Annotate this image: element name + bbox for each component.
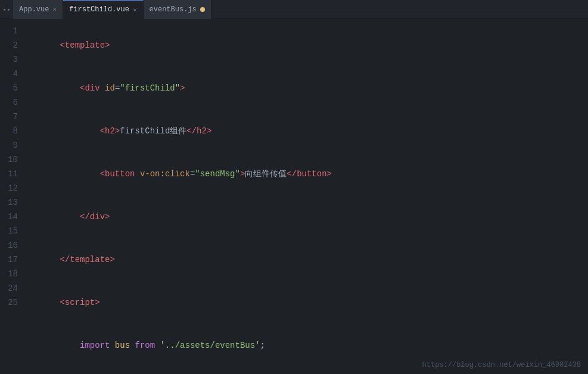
arrow-right-icon[interactable]: ▸ [7, 6, 11, 13]
line-num: 7 [0, 110, 18, 124]
unsaved-indicator [200, 7, 205, 12]
code-line-6: </template> [30, 238, 588, 281]
code-content[interactable]: <template> <div id="firstChild"> <h2>fir… [25, 19, 588, 374]
editor-area: 1 2 3 4 5 6 7 8 9 10 11 12 13 14 15 16 1… [0, 19, 588, 374]
line-num: 1 [0, 24, 18, 38]
line-num: 16 [0, 238, 18, 253]
line-num: 10 [0, 152, 18, 167]
tab-firstchild-vue[interactable]: firstChild.vue ✕ [63, 0, 143, 19]
code-line-4: <button v-on:click="sendMsg">向组件传值</butt… [30, 152, 588, 195]
tab-bar: ◂ ▸ App.vue ✕ firstChild.vue ✕ eventBus.… [0, 0, 588, 19]
line-num: 8 [0, 124, 18, 138]
line-num: 12 [0, 181, 18, 195]
tab-close-icon[interactable]: ✕ [133, 6, 137, 14]
line-num: 17 [0, 253, 18, 267]
line-num: 5 [0, 81, 18, 95]
watermark: https://blog.csdn.net/weixin_46902438 [422, 361, 581, 369]
tab-eventbus-js[interactable]: eventBus.js [144, 0, 211, 19]
code-line-7: <script> [30, 281, 588, 324]
tab-close-icon[interactable]: ✕ [52, 5, 57, 13]
tab-app-vue[interactable]: App.vue ✕ [13, 0, 63, 19]
line-num: 2 [0, 38, 18, 52]
line-num: 4 [0, 67, 18, 81]
line-num: 6 [0, 95, 18, 110]
line-num: 25 [0, 295, 18, 310]
code-line-3: <h2>firstChild组件</h2> [30, 110, 588, 152]
arrow-left-icon[interactable]: ◂ [2, 6, 6, 13]
line-num: 24 [0, 281, 18, 295]
line-num: 14 [0, 210, 18, 224]
tab-label: firstChild.vue [69, 5, 129, 14]
code-line-5: </div> [30, 195, 588, 238]
tab-arrows[interactable]: ◂ ▸ [2, 6, 11, 13]
line-num: 3 [0, 52, 18, 67]
tab-label: App.vue [19, 5, 49, 14]
line-num: 13 [0, 195, 18, 210]
line-num: 18 [0, 267, 18, 281]
line-num: 15 [0, 224, 18, 238]
line-num: 11 [0, 167, 18, 181]
line-num: 9 [0, 138, 18, 152]
tab-label: eventBus.js [150, 5, 197, 14]
code-line-2: <div id="firstChild"> [30, 67, 588, 110]
line-numbers: 1 2 3 4 5 6 7 8 9 10 11 12 13 14 15 16 1… [0, 19, 25, 374]
code-line-1: <template> [30, 24, 588, 67]
